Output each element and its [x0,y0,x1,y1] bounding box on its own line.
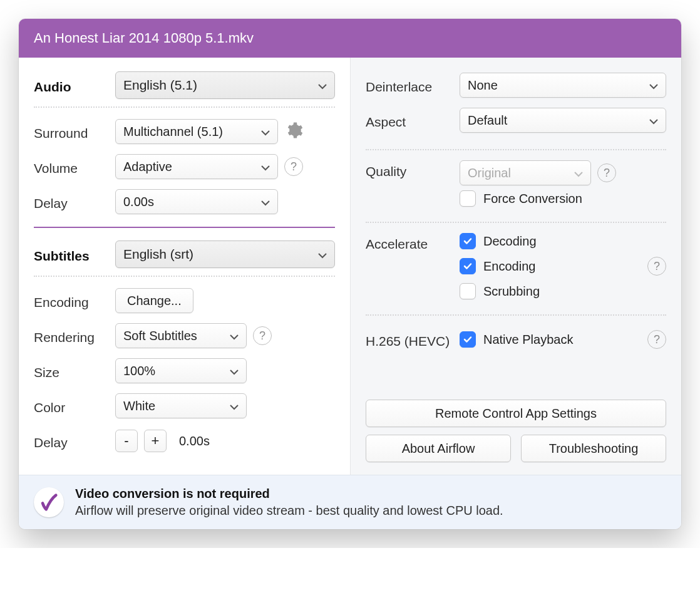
quality-select[interactable]: Original [460,160,591,185]
rendering-label: Rendering [34,326,115,345]
hevc-label: H.265 (HEVC) [366,330,460,349]
size-label: Size [34,361,115,380]
subtitle-delay-row: Delay - + 0.00s [34,427,335,455]
surround-select[interactable]: Multichannel (5.1) [115,119,278,144]
footer-text: Video conversion is not required Airflow… [75,487,503,518]
remote-control-button[interactable]: Remote Control App Settings [366,400,666,427]
checkmark-icon [34,487,64,517]
surround-label: Surround [34,122,115,141]
quality-value: Original [468,166,511,180]
rendering-help-button[interactable]: ? [253,326,272,345]
force-conversion-checkbox[interactable] [460,190,476,207]
native-playback-checkbox[interactable] [460,331,476,348]
footer-body: Airflow will preserve original video str… [75,504,503,518]
chevron-down-icon [230,329,239,343]
quality-label: Quality [366,160,460,179]
volume-select[interactable]: Adaptive [115,154,278,179]
encoding-checkbox[interactable] [460,258,476,274]
separator [34,276,335,277]
hevc-help-button[interactable]: ? [647,330,666,349]
subtitle-delay-label: Delay [34,432,115,450]
rendering-row: Rendering Soft Subtitles ? [34,322,335,349]
color-label: Color [34,396,115,415]
deinterlace-row: Deinterlace None [366,71,666,99]
volume-value: Adaptive [123,160,172,174]
encoding-change-button[interactable]: Change... [115,288,193,313]
aspect-value: Default [468,113,507,128]
accelerate-help-button[interactable]: ? [647,257,666,276]
subtitles-section-label: Subtitles [34,245,115,264]
encoding-row: Encoding Change... [34,287,335,314]
audio-delay-label: Delay [34,192,115,211]
audio-subtitles-separator [34,227,335,228]
encoding-label: Encoding [483,259,535,274]
right-column: Deinterlace None Aspect Default [350,58,681,475]
force-conversion-row: Force Conversion [460,190,666,207]
deinterlace-value: None [468,78,498,93]
decoding-checkbox[interactable] [460,233,476,249]
footer-banner: Video conversion is not required Airflow… [19,475,681,529]
scrubbing-label: Scrubbing [483,284,540,299]
troubleshooting-button[interactable]: Troubleshooting [521,435,666,462]
deinterlace-label: Deinterlace [366,76,460,95]
hevc-row: H.265 (HEVC) Native Playback ? [366,326,666,353]
chevron-down-icon [261,125,270,139]
rendering-select[interactable]: Soft Subtitles [115,323,247,348]
audio-track-select[interactable]: English (5.1) [115,71,335,99]
rendering-value: Soft Subtitles [123,329,197,343]
audio-delay-row: Delay 0.00s [34,188,335,215]
decoding-label: Decoding [483,234,537,249]
chevron-down-icon [649,113,658,128]
aspect-select[interactable]: Default [460,108,666,133]
scrubbing-checkbox[interactable] [460,283,476,299]
color-row: Color White [34,392,335,420]
chevron-down-icon [261,195,270,209]
quality-help-button[interactable]: ? [597,163,616,182]
encoding-label: Encoding [34,291,115,310]
content: Audio English (5.1) Surround Multichanne… [19,58,681,475]
aspect-row: Aspect Default [366,106,666,134]
color-select[interactable]: White [115,393,247,418]
delay-decrease-button[interactable]: - [115,430,138,452]
surround-settings-button[interactable] [284,121,303,142]
subtitles-track-value: English (srt) [123,247,193,262]
size-row: Size 100% [34,357,335,385]
subtitle-delay-value: 0.00s [179,434,210,448]
chevron-down-icon [230,364,239,378]
window-title: An Honest Liar 2014 1080p 5.1.mkv [19,19,681,58]
chevron-down-icon [230,399,239,413]
separator [366,222,666,223]
accelerate-label: Accelerate [366,233,460,252]
audio-track-value: English (5.1) [123,78,197,93]
volume-row: Volume Adaptive ? [34,153,335,180]
surround-value: Multichannel (5.1) [123,125,223,139]
audio-row: Audio English (5.1) [34,71,335,99]
separator [366,314,666,316]
force-conversion-label: Force Conversion [483,192,582,206]
footer-heading: Video conversion is not required [75,487,270,500]
audio-delay-select[interactable]: 0.00s [115,189,278,214]
quality-row: Quality Original ? Force Conversion [366,160,666,207]
volume-help-button[interactable]: ? [284,157,303,176]
subtitles-track-select[interactable]: English (srt) [115,240,335,268]
native-playback-label: Native Playback [483,333,573,347]
about-button[interactable]: About Airflow [366,435,511,462]
chevron-down-icon [261,160,270,174]
bottom-buttons: Remote Control App Settings About Airflo… [366,387,666,462]
chevron-down-icon [649,78,658,93]
size-select[interactable]: 100% [115,358,247,383]
chevron-down-icon [574,166,583,180]
delay-increase-button[interactable]: + [144,430,167,452]
aspect-label: Aspect [366,111,460,130]
volume-label: Volume [34,157,115,176]
separator [366,149,666,150]
settings-window: An Honest Liar 2014 1080p 5.1.mkv Audio … [19,19,681,529]
deinterlace-select[interactable]: None [460,73,666,98]
chevron-down-icon [318,247,327,262]
color-value: White [123,399,155,413]
audio-delay-value: 0.00s [123,195,154,209]
subtitles-row: Subtitles English (srt) [34,240,335,268]
surround-row: Surround Multichannel (5.1) [34,118,335,145]
accelerate-row: Accelerate Decoding Encoding ? [366,233,666,299]
size-value: 100% [123,364,155,378]
